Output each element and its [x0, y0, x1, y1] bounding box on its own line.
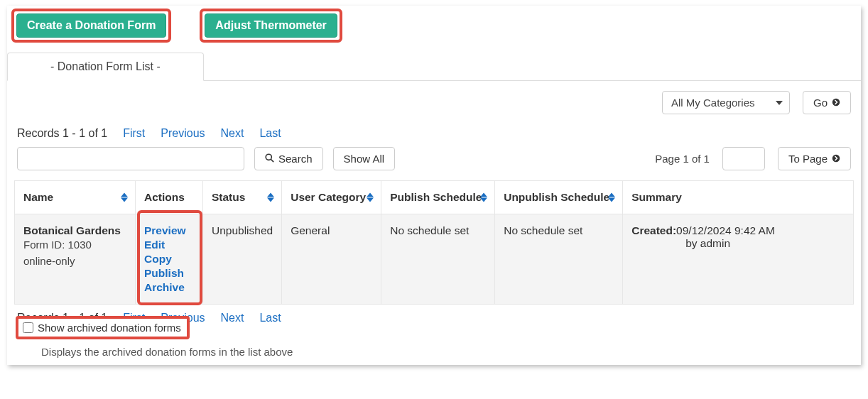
col-unpublish-schedule[interactable]: Unpublish Schedule [495, 181, 623, 214]
action-edit[interactable]: Edit [144, 239, 194, 251]
cell-user-category: General [282, 214, 381, 305]
pager-first[interactable]: First [123, 127, 145, 140]
cell-summary: Created:09/12/2024 9:42 AM by admin [623, 214, 854, 305]
search-button-label: Search [278, 153, 313, 165]
svg-line-2 [271, 160, 274, 163]
search-icon [265, 153, 274, 165]
svg-point-1 [266, 154, 271, 160]
to-page-button[interactable]: To Page [778, 147, 851, 170]
highlight-create-form: Create a Donation Form [11, 9, 171, 43]
cell-status: Unpublished [203, 214, 282, 305]
action-preview[interactable]: Preview [144, 224, 194, 237]
cell-unpublish-schedule: No schedule set [495, 214, 623, 305]
action-publish[interactable]: Publish [144, 267, 194, 280]
form-name: Botanical Gardens [23, 224, 126, 237]
highlight-adjust-thermometer: Adjust Thermometer [200, 9, 342, 43]
pager-last[interactable]: Last [259, 127, 281, 140]
arrow-right-icon [832, 97, 840, 109]
arrow-right-icon [832, 153, 840, 165]
show-archived-helper: Displays the archived donation forms in … [17, 346, 851, 358]
form-online: online-only [23, 253, 126, 270]
col-status[interactable]: Status [203, 181, 282, 214]
go-button-label: Go [813, 97, 828, 109]
pager-next-bottom[interactable]: Next [221, 312, 244, 324]
to-page-button-label: To Page [788, 153, 828, 165]
page-info: Page 1 of 1 [655, 153, 710, 165]
sort-icon [121, 193, 128, 202]
sort-icon [267, 193, 274, 202]
action-copy[interactable]: Copy [144, 253, 194, 266]
show-archived-checkbox[interactable] [23, 322, 33, 333]
pager-next[interactable]: Next [221, 127, 244, 140]
search-button[interactable]: Search [254, 147, 323, 170]
sort-icon [367, 193, 374, 202]
records-count: Records 1 - 1 of 1 [17, 127, 107, 140]
search-input[interactable] [17, 147, 244, 170]
donation-forms-table: Name Actions Status User Category Publis… [14, 180, 854, 305]
highlight-show-archived: Show archived donation forms [16, 316, 190, 339]
cell-publish-schedule: No schedule set [381, 214, 495, 305]
sort-icon [480, 193, 487, 202]
col-publish-schedule[interactable]: Publish Schedule [381, 181, 495, 214]
table-row: Botanical Gardens Form ID: 1030 online-o… [15, 214, 854, 305]
category-select[interactable]: All My Categories [662, 91, 790, 114]
form-id: Form ID: 1030 [23, 237, 126, 253]
pager-last-bottom[interactable]: Last [259, 312, 281, 324]
action-archive[interactable]: Archive [144, 281, 194, 294]
svg-point-3 [832, 155, 840, 163]
col-summary: Summary [623, 181, 854, 214]
show-all-button[interactable]: Show All [333, 147, 396, 170]
pager-previous[interactable]: Previous [161, 127, 205, 140]
svg-point-0 [832, 99, 840, 106]
show-archived-label: Show archived donation forms [38, 322, 181, 334]
go-button[interactable]: Go [803, 91, 851, 114]
adjust-thermometer-button[interactable]: Adjust Thermometer [205, 13, 337, 38]
sort-icon [608, 193, 615, 202]
create-donation-form-button[interactable]: Create a Donation Form [16, 13, 166, 38]
page-number-input[interactable] [722, 147, 765, 170]
col-user-category[interactable]: User Category [282, 181, 381, 214]
tab-donation-form-list[interactable]: - Donation Form List - [7, 53, 204, 81]
col-name[interactable]: Name [15, 181, 136, 214]
col-actions: Actions [136, 181, 203, 214]
